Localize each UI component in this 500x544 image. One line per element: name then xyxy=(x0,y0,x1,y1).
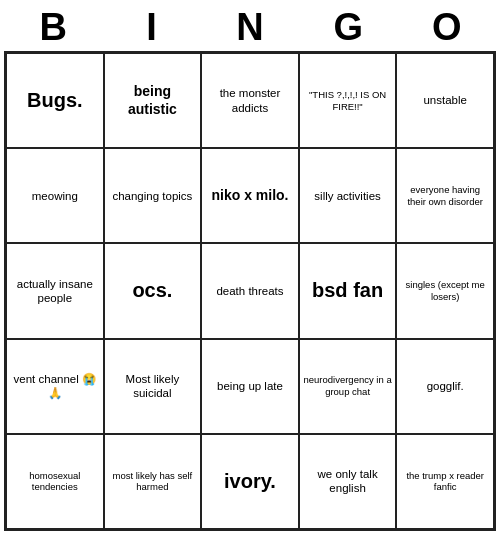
bingo-cell-17: being up late xyxy=(201,339,299,434)
bingo-cell-21: most likely has self harmed xyxy=(104,434,202,529)
bingo-cell-11: ocs. xyxy=(104,243,202,338)
bingo-cell-24: the trump x reader fanfic xyxy=(396,434,494,529)
bingo-cell-14: singles (except me losers) xyxy=(396,243,494,338)
bingo-header: BINGO xyxy=(0,0,500,51)
bingo-cell-0: Bugs. xyxy=(6,53,104,148)
bingo-cell-20: homosexual tendencies xyxy=(6,434,104,529)
bingo-cell-8: silly activities xyxy=(299,148,397,243)
header-letter-n: N xyxy=(206,6,294,49)
header-letter-i: I xyxy=(108,6,196,49)
bingo-grid: Bugs.being autisticthe monster addicts"T… xyxy=(4,51,496,531)
bingo-cell-10: actually insane people xyxy=(6,243,104,338)
bingo-cell-22: ivory. xyxy=(201,434,299,529)
bingo-cell-18: neurodivergency in a group chat xyxy=(299,339,397,434)
bingo-cell-4: unstable xyxy=(396,53,494,148)
bingo-cell-2: the monster addicts xyxy=(201,53,299,148)
bingo-cell-6: changing topics xyxy=(104,148,202,243)
bingo-cell-1: being autistic xyxy=(104,53,202,148)
header-letter-o: O xyxy=(403,6,491,49)
bingo-cell-16: Most likely suicidal xyxy=(104,339,202,434)
bingo-cell-5: meowing xyxy=(6,148,104,243)
bingo-cell-7: niko x milo. xyxy=(201,148,299,243)
header-letter-b: B xyxy=(9,6,97,49)
bingo-cell-9: everyone having their own disorder xyxy=(396,148,494,243)
bingo-cell-12: death threats xyxy=(201,243,299,338)
bingo-cell-3: "THIS ?,!,!,! IS ON FIRE!!" xyxy=(299,53,397,148)
bingo-cell-19: gogglif. xyxy=(396,339,494,434)
bingo-cell-23: we only talk english xyxy=(299,434,397,529)
header-letter-g: G xyxy=(304,6,392,49)
bingo-cell-15: vent channel 😭🙏 xyxy=(6,339,104,434)
bingo-cell-13: bsd fan xyxy=(299,243,397,338)
